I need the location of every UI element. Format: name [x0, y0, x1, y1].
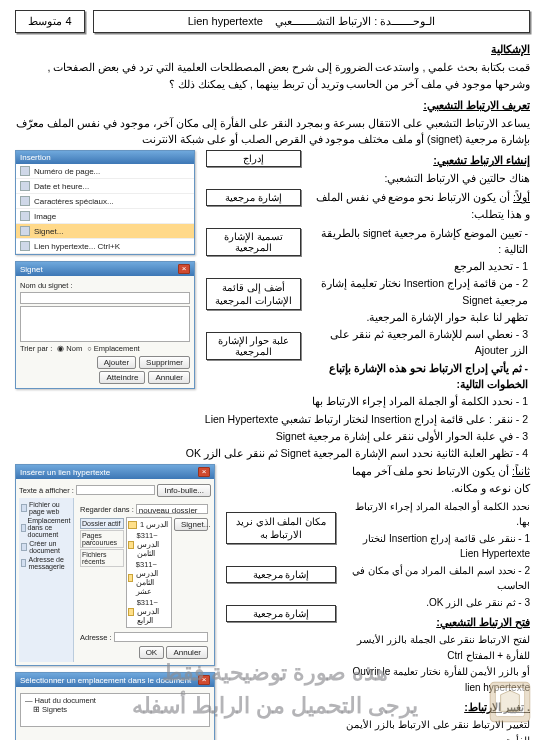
- menu-label: Signet...: [34, 227, 63, 236]
- definition-text: يساعد الارتباط التشعبي على الانتقال بسرع…: [15, 115, 530, 149]
- win3-titlebar: Insérer un lien hypertexte ×: [16, 465, 214, 479]
- s4: 4 - تظهر العلبة الثانية نحدد اسم الإشارة…: [15, 445, 530, 461]
- side-item[interactable]: Emplacement dans ce document: [21, 516, 71, 539]
- close-icon[interactable]: ×: [198, 675, 210, 685]
- title-ar: الـوحـــــــدة : الارتباط التشــــــــعب…: [275, 15, 435, 27]
- file-name: ~$311 الدرس الثامن: [137, 531, 170, 558]
- problem-text: قمت بكتابة بحث علمي , واستدعت الضرورة إل…: [15, 59, 530, 93]
- btn-ajouter[interactable]: Ajouter: [97, 356, 136, 369]
- side-item[interactable]: Adresse de messagerie: [21, 555, 71, 571]
- btn-annuler[interactable]: Annuler: [148, 371, 190, 384]
- mail-icon: [21, 559, 26, 567]
- side-item[interactable]: Fichier ou page web: [21, 500, 71, 516]
- s3: 3 - في علبة الحوار الأولى ننقر على إشارة…: [15, 428, 530, 444]
- file-name: ~$311 الدرس الرابع: [137, 598, 170, 625]
- list-item[interactable]: الدرس 1: [128, 519, 170, 530]
- close-icon[interactable]: ×: [178, 264, 190, 274]
- file-name: الدرس 1: [140, 520, 168, 529]
- folder-icon: [128, 521, 137, 529]
- corner-badge: [484, 676, 536, 728]
- signet-listbox[interactable]: [20, 306, 190, 342]
- page-icon: [20, 166, 30, 176]
- label-nom: Nom du signet :: [20, 281, 73, 290]
- folder-icon: [128, 608, 134, 616]
- callout-signet2: إشارة مرجعية: [226, 566, 336, 583]
- callout-add: أضف إلى قائمة الإشارات المرجعية: [206, 278, 301, 310]
- callout-dialog: علبة حوار الإشارة المرجعية: [206, 332, 301, 360]
- menu-label: Image: [34, 212, 56, 221]
- image-icon: [20, 211, 30, 221]
- folder-icon: [128, 541, 134, 549]
- tree-item[interactable]: — Haut du document: [25, 696, 205, 705]
- folder-icon: [128, 574, 133, 582]
- problem-heading: الإشكالية: [15, 43, 530, 56]
- texte-input[interactable]: [76, 485, 156, 495]
- win1-titlebar: Insertion: [16, 151, 194, 164]
- doc-icon: [21, 524, 26, 532]
- label-texte: Texte à afficher :: [19, 486, 74, 495]
- file-icon: [21, 504, 27, 512]
- menu-item[interactable]: Caractères spéciaux...: [16, 194, 194, 209]
- tree-item[interactable]: ⊞ Signets: [25, 705, 205, 714]
- callout-signet: إشارة مرجعية: [206, 189, 301, 206]
- screenshot-lien-dialog: Insérer un lien hypertexte × Texte à aff…: [15, 464, 215, 666]
- callouts-upper: إدراج إشارة مرجعية تسمية الإشارة المرجعي…: [206, 150, 301, 399]
- date-icon: [20, 181, 30, 191]
- signet-name-input[interactable]: [20, 292, 190, 304]
- side-item[interactable]: Créer un document: [21, 539, 71, 555]
- combo-value: nouveau dossier: [139, 506, 198, 515]
- s2: 2 - ننقر : على قائمة إدراج Insertion لنخ…: [15, 411, 530, 427]
- regarder-combo[interactable]: nouveau dossier: [136, 504, 208, 514]
- menu-item[interactable]: Image: [16, 209, 194, 224]
- signet-icon: [20, 226, 30, 236]
- list-item[interactable]: ~$311 الدرس الرابع: [128, 597, 170, 626]
- adresse-input[interactable]: [114, 632, 208, 642]
- title-fr: Lien hypertexte: [188, 15, 263, 27]
- tree-label: Haut du document: [35, 696, 96, 705]
- callout-insert: إدراج: [206, 150, 301, 167]
- definition-heading: تعريف الارتباط التشعبي:: [15, 99, 530, 112]
- second-case-label: ثانياً:: [512, 465, 530, 477]
- char-icon: [20, 196, 30, 206]
- btn-ok[interactable]: OK: [139, 646, 165, 659]
- link-icon: [20, 241, 30, 251]
- label-trier: Trier par :: [20, 344, 52, 353]
- win4-titlebar: Sélectionner un emplacement dans le docu…: [16, 673, 214, 687]
- menu-item-signet[interactable]: Signet...: [16, 224, 194, 239]
- close-icon[interactable]: ×: [198, 467, 210, 477]
- menu-label: Lien hypertexte... Ctrl+K: [34, 242, 120, 251]
- side-label: Créer un document: [29, 540, 71, 554]
- list-item[interactable]: ~$311 الدرس الثامن عشر: [128, 559, 170, 597]
- list-item[interactable]: ~$311 الدرس الثامن: [128, 530, 170, 559]
- menu-label: Caractères spéciaux...: [34, 197, 114, 206]
- menu-item[interactable]: Numéro de page...: [16, 164, 194, 179]
- label-regarder: Regarder dans :: [80, 505, 134, 514]
- level-box: 4 متوسط: [15, 10, 85, 33]
- first-case-text: أن يكون الارتباط نحو موضع في نفس الملف و…: [316, 191, 530, 220]
- page-header: 4 متوسط الـوحـــــــدة : الارتباط التشــ…: [15, 10, 530, 33]
- tab-fichiers[interactable]: Fichiers récents: [80, 549, 124, 567]
- opt-emp[interactable]: Emplacement: [94, 344, 140, 353]
- tab-dossier[interactable]: Dossier actif: [80, 518, 124, 529]
- callout-signet3: إشارة مرجعية: [226, 605, 336, 622]
- tree-label: Signets: [42, 705, 67, 714]
- second-case-text: أن يكون الارتباط نحو ملف آخر مهما كان نو…: [352, 465, 530, 494]
- btn-signet[interactable]: Signet...: [174, 518, 208, 531]
- level-text: 4 متوسط: [28, 15, 71, 27]
- btn-infobulle[interactable]: Info-bulle...: [157, 484, 211, 497]
- first-case-label: أولاً:: [513, 191, 530, 203]
- callout-file-loc: مكان الملف الذي نريد الارتباط به: [226, 512, 336, 544]
- btn-supprimer[interactable]: Supprimer: [139, 356, 190, 369]
- win2-title: Signet: [20, 265, 43, 274]
- side-label: Adresse de messagerie: [28, 556, 71, 570]
- opt-nom[interactable]: Nom: [66, 344, 82, 353]
- menu-item[interactable]: Date et heure...: [16, 179, 194, 194]
- tab-pages[interactable]: Pages parcourues: [80, 530, 124, 548]
- screenshot-signet-dialog: Signet × Nom du signet : Trier par : ◉ N…: [15, 261, 195, 389]
- callout-name-signet: تسمية الإشارة المرجعية: [206, 228, 301, 256]
- btn-cancel[interactable]: Annuler: [166, 646, 208, 659]
- doc-tree[interactable]: — Haut du document ⊞ Signets: [20, 693, 210, 727]
- btn-atteindre[interactable]: Atteindre: [99, 371, 145, 384]
- win2-titlebar: Signet ×: [16, 262, 194, 276]
- menu-item-lien[interactable]: Lien hypertexte... Ctrl+K: [16, 239, 194, 254]
